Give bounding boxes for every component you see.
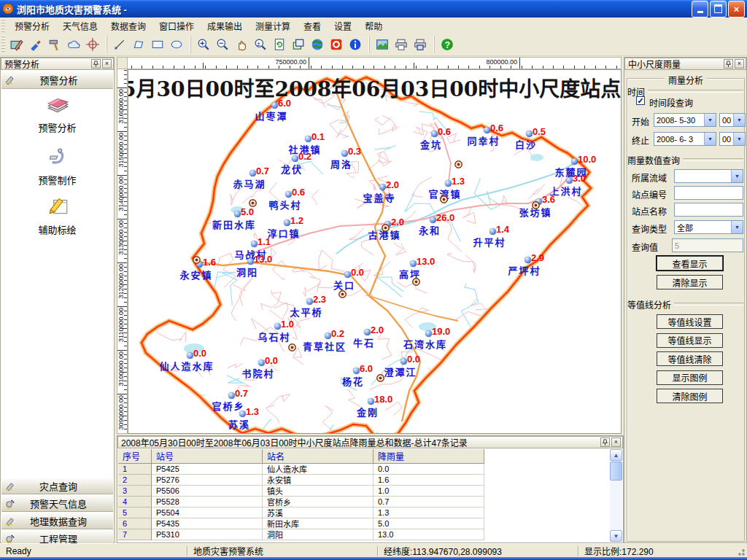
table-cell[interactable]: 苏溪 <box>263 508 374 518</box>
image-icon[interactable] <box>374 36 392 53</box>
row-number-cell[interactable]: 7 <box>118 529 152 540</box>
tool-item-3[interactable]: 辅助标绘 <box>1 193 114 236</box>
hazard-point-marker[interactable] <box>382 224 390 232</box>
query-value-input[interactable]: 5 <box>672 238 743 252</box>
station-dot[interactable] <box>247 258 254 265</box>
sidebar-item-1[interactable]: 灾点查询 <box>1 477 113 494</box>
paint-icon[interactable] <box>28 36 45 53</box>
refresh-icon[interactable] <box>271 36 289 53</box>
help-icon[interactable]: ? <box>439 36 457 53</box>
station-dot[interactable] <box>305 136 311 142</box>
station-dot[interactable] <box>249 170 256 176</box>
close-icon[interactable]: × <box>735 59 744 69</box>
hazard-point-marker[interactable] <box>249 199 257 207</box>
station-dot[interactable] <box>484 127 490 133</box>
resize-grip[interactable] <box>735 546 746 556</box>
station-dot[interactable] <box>525 257 531 263</box>
table-cell[interactable]: 官桥乡 <box>263 497 374 508</box>
menu-item[interactable]: 查看 <box>297 18 328 34</box>
station-dot[interactable] <box>228 392 235 399</box>
table-cell[interactable]: P5528 <box>152 497 263 508</box>
station-dot[interactable] <box>425 330 432 337</box>
tool-item-2[interactable]: 预警制作 <box>1 144 114 187</box>
hazard-point-marker[interactable] <box>288 343 296 351</box>
table-cell[interactable]: 1.0 <box>374 486 484 497</box>
table-cell[interactable]: P5276 <box>152 475 263 486</box>
map-edit-icon[interactable] <box>9 36 26 53</box>
contour-button-1[interactable]: 等值线设置 <box>657 314 723 329</box>
row-number-cell[interactable]: 3 <box>118 486 152 497</box>
table-cell[interactable]: 新田水库 <box>263 518 374 529</box>
station-dot[interactable] <box>274 323 281 330</box>
print-preview-icon[interactable] <box>412 36 430 53</box>
station-dot[interactable] <box>430 217 436 223</box>
station-dot[interactable] <box>410 260 417 267</box>
station-dot[interactable] <box>306 298 313 305</box>
contour-button-5[interactable]: 清除图例 <box>657 389 723 403</box>
tool-item-1[interactable]: 预警分析 <box>1 91 114 134</box>
table-cell[interactable]: 0.0 <box>374 464 484 475</box>
ellipse-icon[interactable] <box>169 36 186 53</box>
table-header-cell[interactable]: 降雨量 <box>374 449 484 464</box>
station-dot[interactable] <box>571 158 578 165</box>
row-number-cell[interactable]: 2 <box>118 475 152 486</box>
contour-button-4[interactable]: 显示图例 <box>657 370 723 385</box>
station-dot[interactable] <box>284 219 290 226</box>
pin-icon[interactable] <box>91 59 101 69</box>
hazard-point-marker[interactable] <box>338 290 347 298</box>
table-header-cell[interactable]: 站号 <box>152 449 263 464</box>
scrollbar-thumb[interactable] <box>610 462 622 481</box>
start-hour-select[interactable]: 00▼ <box>719 113 746 127</box>
hammer-icon[interactable] <box>47 36 64 53</box>
scroll-up-icon[interactable]: ▲ <box>610 449 622 461</box>
table-cell[interactable]: P5435 <box>152 518 263 529</box>
layers-icon[interactable] <box>290 36 308 53</box>
menu-gripper[interactable] <box>1 19 5 32</box>
globe-icon[interactable] <box>309 36 327 53</box>
station-dot[interactable] <box>400 358 407 365</box>
table-cell[interactable]: P5310 <box>152 529 263 540</box>
stop-icon[interactable] <box>328 36 346 53</box>
time-range-checkbox[interactable]: ✓ <box>636 96 645 105</box>
center-icon[interactable] <box>85 36 102 53</box>
show-display-button[interactable]: 查看显示 <box>657 256 723 271</box>
table-cell[interactable]: 0.7 <box>374 497 484 508</box>
station-dot[interactable] <box>251 241 258 247</box>
table-cell[interactable]: 5.0 <box>374 518 484 529</box>
close-button[interactable]: × <box>728 1 745 18</box>
line-icon[interactable] <box>112 36 129 53</box>
contour-button-3[interactable]: 等值线清除 <box>657 351 723 366</box>
station-dot[interactable] <box>292 155 298 162</box>
station-dot[interactable] <box>364 329 371 335</box>
hazard-point-marker[interactable] <box>454 160 462 168</box>
table-scrollbar[interactable]: ▲ ▼ <box>610 449 622 542</box>
station-dot[interactable] <box>368 398 374 405</box>
hazard-point-marker[interactable] <box>376 374 384 382</box>
station-dot[interactable] <box>234 211 241 217</box>
chevron-down-icon[interactable]: ▼ <box>704 133 716 145</box>
chevron-down-icon[interactable]: ▼ <box>731 170 743 182</box>
contour-button-2[interactable]: 等值线显示 <box>657 333 723 348</box>
cloud-icon[interactable] <box>66 36 83 53</box>
query-type-select[interactable]: 全部▼ <box>674 220 743 234</box>
table-cell[interactable]: P5506 <box>152 486 263 497</box>
close-icon[interactable]: × <box>102 59 112 69</box>
row-number-cell[interactable]: 6 <box>118 518 152 529</box>
zoom-extent-icon[interactable]: ± <box>252 36 270 53</box>
chevron-down-icon[interactable]: ▼ <box>731 221 743 233</box>
table-cell[interactable]: 仙人造水库 <box>263 464 374 475</box>
pin-icon[interactable] <box>600 438 610 447</box>
table-cell[interactable]: P5425 <box>152 464 263 475</box>
polygon-icon[interactable] <box>131 36 148 53</box>
menu-item[interactable]: 帮助 <box>358 18 389 34</box>
pin-icon[interactable] <box>724 59 733 69</box>
hazard-point-marker[interactable] <box>532 201 540 209</box>
chevron-down-icon[interactable]: ▼ <box>704 114 716 126</box>
end-hour-select[interactable]: 00▼ <box>719 132 746 146</box>
station-dot[interactable] <box>341 150 348 157</box>
table-cell[interactable]: 1.6 <box>374 475 484 486</box>
info-icon[interactable] <box>347 36 365 53</box>
chevron-down-icon[interactable]: ▼ <box>733 133 745 145</box>
hazard-point-marker[interactable] <box>440 195 448 203</box>
station-dot[interactable] <box>239 411 246 417</box>
